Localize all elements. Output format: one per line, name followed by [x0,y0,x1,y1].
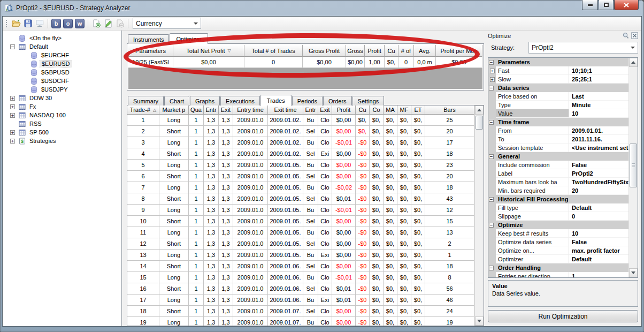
property-row-price-based-on[interactable]: Price based onLast [488,92,628,101]
tab-settings[interactable]: Settings [352,96,385,105]
optimizer-result-row[interactable]: 10/25 (Fast/Sl$0,000$0,00$0,001,00$0,00,… [128,57,482,68]
collapse-icon[interactable]: − [489,60,494,65]
trades-col-header[interactable]: Bars [425,105,474,115]
tab-executions[interactable]: Executions [220,96,260,105]
trade-row[interactable]: 6Short11,31,32009.01.02009.01.05.SelClo$… [127,171,474,182]
trades-col-header[interactable]: Exit [219,105,233,115]
property-row-optimizer[interactable]: OptimizerDefault [488,255,628,263]
property-row-min-bars-required[interactable]: Min. bars required20 [488,186,628,195]
display-button[interactable] [34,18,45,29]
tab-instruments[interactable]: Instruments [128,34,169,44]
instrument-list-selector[interactable]: Currency [133,18,201,29]
property-value[interactable]: Last [569,92,628,101]
tree-item-on-the-fly[interactable]: <On the fly> [3,34,121,42]
trades-col-header[interactable]: MA [384,105,397,115]
property-row-optimize-on-[interactable]: Optimize on...max. profit factor [488,246,628,255]
optimizer-col-header[interactable]: Total # of Trades [244,45,303,57]
optimizer-view-button[interactable]: o [62,18,74,29]
property-row-include-commission[interactable]: Include commissionFalse [488,161,628,169]
basic-view-button[interactable]: b [50,18,62,29]
property-row-fast[interactable]: +Fast10;10;1 [488,66,628,75]
trades-col-header[interactable]: Exit time [268,105,303,115]
tree-item-sp-500[interactable]: +SP 500 [3,128,121,137]
trades-col-header[interactable]: Entr [303,105,318,115]
property-value[interactable]: Default [569,255,628,263]
property-section-order-handling[interactable]: −Order Handling [488,263,628,272]
property-value[interactable]: False [569,238,628,246]
strategy-selector[interactable]: PrOpti2 [528,42,638,54]
collapse-icon[interactable]: − [10,44,15,49]
trades-col-header[interactable]: Co [370,105,384,115]
property-value[interactable]: 25;25;1 [569,75,628,84]
optimizer-col-header[interactable]: Gross Profit [303,45,346,57]
close-panel-icon[interactable] [631,32,638,39]
collapse-icon[interactable]: − [489,266,494,270]
vertical-splitter[interactable] [122,31,127,326]
tab-graphs[interactable]: Graphs [190,96,220,105]
trades-col-header[interactable]: Entr [204,105,219,115]
property-row-maximum-bars-look-ba[interactable]: Maximum bars look baTwoHundredFiftySix [488,178,628,186]
property-value[interactable]: <Use instrument setting [569,144,628,152]
optimizer-col-header[interactable]: Total Net Profit▽ [173,45,244,57]
float-window-icon[interactable] [622,32,630,39]
scroll-down-button[interactable] [629,268,638,277]
optimizer-col-header[interactable]: Profit [365,45,385,57]
scrollbar-track[interactable] [629,67,638,268]
save-button[interactable] [22,18,34,29]
expand-icon[interactable]: + [10,130,15,135]
property-row-to[interactable]: To2011.11.16. [488,135,628,144]
property-row-type[interactable]: TypeMinute [488,101,628,109]
expand-icon[interactable]: + [10,96,15,101]
property-row-entries-per-direction[interactable]: Entries per direction1 [488,272,628,277]
property-section-general[interactable]: −General [488,152,628,161]
scrollbar-thumb[interactable] [630,144,637,187]
property-section-historical-fill-processing[interactable]: −Historical Fill Processing [488,195,628,203]
maximize-button[interactable] [599,0,614,10]
property-value[interactable]: False [569,161,628,169]
trade-row[interactable]: 19Long11,31,32009.01.02009.01.07.BuClo$0… [127,317,474,326]
property-row-value[interactable]: Value10 [488,109,628,118]
tab-summary[interactable]: Summary [128,96,164,105]
property-value[interactable]: 20 [569,186,628,195]
optimizer-col-header[interactable]: # of [398,45,414,57]
tree-item-usdchf[interactable]: $USDCHF [3,77,121,85]
property-value[interactable]: Default [569,203,628,212]
trade-row[interactable]: 7Long11,31,32009.01.02009.01.05.BuClo-$0… [127,182,474,193]
trade-row[interactable]: 10Short11,31,32009.01.02009.01.05.SelClo… [127,216,474,227]
trade-row[interactable]: 1Long11,31,32009.01.02009.01.02.BuClo$0,… [127,115,474,126]
optimizer-col-header[interactable]: Cu [385,45,398,57]
close-button[interactable] [614,0,639,10]
property-section-data-series[interactable]: −Data series [488,84,628,92]
trades-col-header[interactable]: Market p [159,105,189,115]
trade-row[interactable]: 3Long11,31,32009.01.02009.01.02.BuClo-$0… [127,137,474,148]
trade-row[interactable]: 14Short11,31,32009.01.02009.01.06.SelClo… [127,261,474,272]
tab-optimizer[interactable]: Optimizer [170,33,208,44]
tab-orders[interactable]: Orders [323,96,352,105]
remove-button[interactable] [114,18,126,29]
property-value[interactable]: 2011.11.16. [569,135,628,144]
optimizer-col-header[interactable]: Parameters [128,45,173,57]
edit-button[interactable] [102,18,114,29]
expand-icon[interactable]: + [10,139,15,144]
trades-col-header[interactable]: Trade-#△ [127,105,159,115]
property-row-from[interactable]: From2009.01.01. [488,126,628,135]
property-row-slow[interactable]: +Slow25;25;1 [488,75,628,84]
expand-icon[interactable]: + [10,104,15,109]
tree-item-default[interactable]: −Default [3,42,121,51]
collapse-icon[interactable]: − [489,154,494,159]
property-row-session-template[interactable]: Session template<Use instrument setting [488,144,628,152]
trade-row[interactable]: 18Short11,31,32009.01.02009.01.07.SelClo… [127,306,474,317]
trade-row[interactable]: 17Long11,31,32009.01.02009.01.06.BuExi$0… [127,295,474,306]
property-value[interactable]: PrOpti2 [569,169,628,178]
property-value[interactable]: Minute [569,101,628,109]
tab-chart[interactable]: Chart [164,96,189,105]
tree-item-fx[interactable]: +Fx [3,102,121,111]
property-row-fill-type[interactable]: Fill typeDefault [488,203,628,212]
tree-item-gbpusd[interactable]: $GBPUSD [3,68,121,77]
optimizer-col-header[interactable]: Gross [346,45,365,57]
open-workspace-button[interactable] [10,18,22,29]
property-value[interactable]: max. profit factor [569,246,628,255]
toolbar-grip[interactable] [5,19,8,28]
property-value[interactable]: 0 [569,212,628,221]
walkforward-view-button[interactable]: w [74,18,86,29]
